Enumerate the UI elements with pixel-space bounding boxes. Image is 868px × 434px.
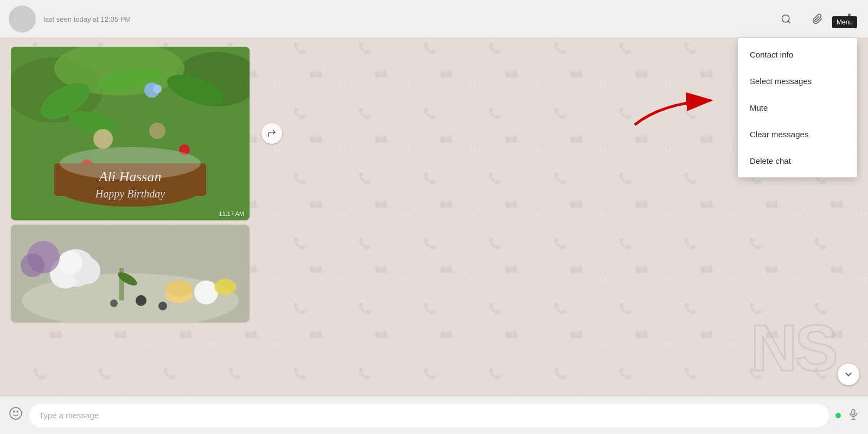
- chat-input-area: [0, 396, 868, 434]
- svg-text:Happy Birthday: Happy Birthday: [95, 188, 165, 200]
- menu-item-clear-messages[interactable]: Clear messages: [738, 121, 857, 148]
- search-button[interactable]: [776, 9, 796, 29]
- svg-point-2: [848, 14, 851, 16]
- scroll-bottom-button[interactable]: [838, 363, 859, 385]
- message-received: Ali Hassan Happy Birthday 11:17 AM: [11, 47, 282, 220]
- svg-point-53: [17, 411, 18, 412]
- message-bubble-wrap: Ali Hassan Happy Birthday 11:17 AM: [11, 47, 250, 220]
- chat-header: last seen today at 12:05 PM Menu: [0, 0, 868, 38]
- svg-point-45: [194, 280, 218, 304]
- menu-item-contact-info[interactable]: Contact info: [738, 41, 857, 68]
- svg-line-1: [788, 21, 790, 23]
- svg-point-31: [93, 129, 113, 149]
- svg-point-0: [782, 15, 789, 22]
- svg-point-32: [149, 123, 165, 139]
- svg-point-47: [136, 295, 146, 306]
- message-bubble-flowers: [11, 225, 250, 322]
- message-received-flowers: [11, 225, 282, 322]
- menu-tooltip: Menu: [832, 16, 857, 28]
- emoji-icon: [9, 406, 23, 420]
- message-input[interactable]: [29, 404, 829, 427]
- svg-point-51: [10, 407, 22, 419]
- search-icon: [781, 14, 792, 24]
- svg-point-48: [158, 302, 167, 310]
- microphone-button[interactable]: [847, 408, 859, 423]
- contact-info-block: last seen today at 12:05 PM: [43, 14, 776, 23]
- whatsapp-green-dot: [835, 413, 841, 418]
- contact-status: last seen today at 12:05 PM: [43, 15, 776, 23]
- svg-point-52: [14, 411, 15, 412]
- message-time: 11:17 AM: [219, 210, 244, 217]
- attach-button[interactable]: [807, 9, 828, 29]
- svg-point-20: [153, 85, 162, 93]
- svg-point-44: [165, 280, 193, 297]
- paperclip-icon: [812, 14, 823, 24]
- flowers-image[interactable]: [11, 225, 250, 322]
- menu-item-delete-chat[interactable]: Delete chat: [738, 148, 857, 174]
- forward-icon: [267, 129, 277, 138]
- cake-svg: Ali Hassan Happy Birthday: [11, 47, 250, 220]
- menu-item-mute[interactable]: Mute: [738, 94, 857, 121]
- cake-image[interactable]: Ali Hassan Happy Birthday 11:17 AM: [11, 47, 250, 220]
- svg-rect-54: [852, 409, 855, 414]
- ns-watermark: NS: [750, 310, 835, 385]
- svg-point-40: [21, 253, 44, 277]
- header-icons: Menu: [776, 9, 859, 29]
- menu-item-select-messages[interactable]: Select messages: [738, 68, 857, 94]
- flowers-svg: [11, 225, 250, 322]
- svg-point-30: [60, 147, 201, 180]
- forward-button[interactable]: [261, 123, 282, 144]
- svg-point-38: [59, 251, 82, 275]
- message-bubble-cake: Ali Hassan Happy Birthday 11:17 AM: [11, 47, 250, 220]
- svg-point-49: [110, 299, 118, 307]
- emoji-button[interactable]: [9, 406, 23, 424]
- cake-image-content: Ali Hassan Happy Birthday: [11, 47, 250, 220]
- dropdown-menu: Contact info Select messages Mute Clear …: [738, 38, 857, 177]
- svg-point-46: [214, 279, 236, 295]
- chevron-down-icon: [843, 369, 854, 380]
- microphone-icon: [847, 408, 859, 420]
- avatar[interactable]: [9, 5, 36, 33]
- message-bubble-wrap-flowers: [11, 225, 250, 322]
